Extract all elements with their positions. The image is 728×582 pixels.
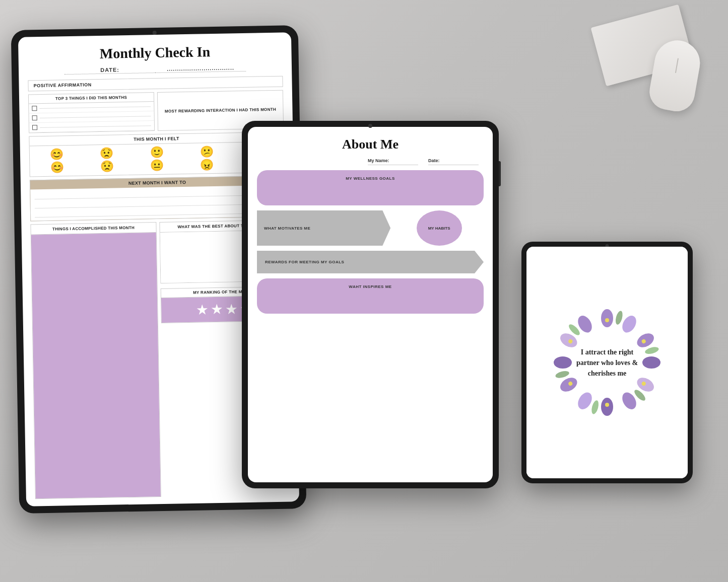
monthly-title: Monthly Check In (27, 43, 282, 63)
star-3: ★ (225, 301, 238, 317)
tablet-small: I attract the right partner who loves & … (521, 242, 693, 483)
accomplished-box: THINGS I ACCOMPLISHED THIS MONTH (30, 222, 161, 499)
name-line (368, 165, 418, 165)
emoji-2[interactable]: 😟 (83, 148, 131, 160)
checkbox-1[interactable] (32, 106, 37, 111)
affirmation-text-container: I attract the right partner who loves & … (552, 307, 663, 418)
date-line-center (428, 165, 479, 165)
camera-dot-main (153, 31, 157, 35)
scene: Monthly Check In DATE:..................… (0, 0, 728, 582)
top3-line-2 (40, 116, 151, 118)
name-label: My Name: (368, 158, 389, 163)
emoji-1[interactable]: 😊 (33, 149, 81, 161)
motivates-habits-row: WHAT MOTIVATES ME MY HABITS (257, 210, 484, 246)
rewards-card: REWARDS FOR MEETING MY GOALS (257, 251, 484, 273)
date-label-center: Date: (428, 158, 440, 163)
checkbox-3[interactable] (32, 125, 37, 130)
about-title: About Me (257, 137, 484, 152)
inspires-card: WAHT INSPIRES ME (257, 278, 484, 314)
tablet-center: About Me My Name: Date: MY WELLNESS GOAL… (242, 121, 499, 488)
tablet-small-screen: I attract the right partner who loves & … (526, 247, 688, 478)
what-motivates-label: WHAT MOTIVATES ME (264, 226, 310, 231)
side-buttons (499, 161, 501, 186)
date-item: Date: (428, 158, 479, 165)
accomplished-body (31, 233, 161, 498)
affirmation-section: POSITIVE AFFIRMATION (28, 76, 283, 92)
affirmation-quote: I attract the right partner who loves & … (572, 347, 642, 379)
camera-dot-center (368, 124, 372, 128)
wellness-goals-card: MY WELLNESS GOALS (257, 170, 484, 205)
rewards-label: REWARDS FOR MEETING MY GOALS (265, 260, 344, 264)
desk-items (557, 10, 698, 101)
star-2: ★ (210, 301, 223, 318)
date-dots: ................................. (155, 64, 246, 73)
inspires-label: WAHT INSPIRES ME (265, 284, 476, 289)
star-1: ★ (195, 301, 209, 318)
affirmation-label: POSITIVE AFFIRMATION (28, 77, 282, 91)
floral-wreath: I attract the right partner who loves & … (552, 307, 663, 418)
top3-item-3 (29, 121, 154, 132)
emoji-8[interactable]: 😐 (133, 160, 181, 172)
name-date-row: My Name: Date: (257, 158, 484, 165)
about-me-page: About Me My Name: Date: MY WELLNESS GOAL… (248, 127, 493, 482)
top3-line-1 (39, 106, 151, 109)
what-motivates-shape: WHAT MOTIVATES ME (257, 210, 390, 246)
my-habits-label: MY HABITS (428, 226, 450, 231)
emoji-7[interactable]: 😟 (83, 161, 131, 173)
date-label: DATE: (64, 66, 155, 75)
rewarding-text: MOST REWARDING INTERACTION I HAD THIS MO… (165, 107, 276, 114)
name-item: My Name: (368, 158, 418, 165)
emoji-4[interactable]: 😕 (182, 146, 231, 158)
emoji-3[interactable]: 🙂 (133, 147, 181, 159)
tablet-center-screen: About Me My Name: Date: MY WELLNESS GOAL… (248, 127, 493, 482)
checkbox-2[interactable] (32, 115, 37, 120)
emoji-9[interactable]: 😠 (183, 159, 231, 171)
emoji-6[interactable]: 😊 (33, 162, 81, 174)
top3-box: TOP 3 THINGS I DID THIS MONTHS (28, 92, 155, 133)
date-line: DATE:................................. (28, 64, 283, 76)
affirmation-page: I attract the right partner who loves & … (526, 247, 688, 478)
wellness-goals-label: MY WELLNESS GOALS (265, 176, 476, 181)
my-habits-circle: MY HABITS (417, 210, 462, 246)
top3-line-3 (40, 125, 151, 128)
